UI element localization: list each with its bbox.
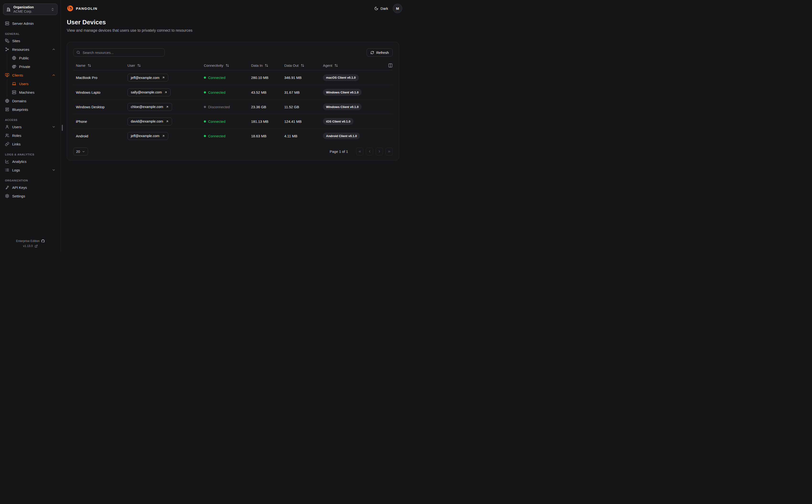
user-chip[interactable]: sally@example.com <box>127 88 171 96</box>
sidebar-item-analytics[interactable]: Analytics <box>3 157 57 166</box>
avatar[interactable]: M <box>393 4 402 13</box>
sidebar-item-label: Sites <box>12 39 20 43</box>
org-value: ACME Corp. <box>13 10 48 13</box>
search-box[interactable] <box>73 48 165 57</box>
chevrons-up-down-icon <box>51 8 54 11</box>
user-chip[interactable]: jeff@example.com <box>127 132 168 140</box>
table-footer: 20 Page 1 of 1 <box>73 148 393 155</box>
user-chip[interactable]: chloe@example.com <box>127 103 172 111</box>
column-header-data-out[interactable]: Data Out <box>284 63 323 67</box>
chevron-up-icon[interactable] <box>52 47 56 51</box>
table-row[interactable]: Windows Lapto sally@example.com Connecte… <box>73 85 393 99</box>
chevron-down-icon[interactable] <box>52 168 56 172</box>
sidebar-item-label: Links <box>12 142 21 146</box>
connectivity-status: Connected <box>204 119 251 123</box>
server-icon <box>5 21 9 26</box>
chevrons-left-icon <box>358 150 362 153</box>
edition-label: Enterprise Edition <box>16 239 40 243</box>
github-icon[interactable] <box>41 239 45 243</box>
page-head: User Devices View and manage devices tha… <box>61 17 406 33</box>
column-header-name[interactable]: Name <box>73 63 127 67</box>
connectivity-status: Connected <box>204 76 251 80</box>
sidebar-item-machines[interactable]: Machines <box>10 88 57 97</box>
table-toolbar: Refresh <box>73 48 393 57</box>
device-name: iPhone <box>73 119 127 123</box>
external-link-icon[interactable] <box>35 245 38 248</box>
sidebar-item-private[interactable]: Private <box>10 62 57 71</box>
sidebar-item-sites[interactable]: Sites <box>3 36 57 45</box>
sidebar-item-public[interactable]: Public <box>10 54 57 62</box>
sidebar-item-api-keys[interactable]: API Keys <box>3 183 57 192</box>
section-label-logs-analytics: LOGS & ANALYTICS <box>3 152 57 157</box>
sidebar-item-links[interactable]: Links <box>3 140 57 148</box>
sort-icon <box>334 64 338 67</box>
server-icon <box>12 90 16 94</box>
data-in-value: 181.13 MB <box>251 119 284 123</box>
table-row[interactable]: iPhone david@example.com Connected 181.1… <box>73 114 393 129</box>
status-dot <box>204 91 206 93</box>
sidebar-item-server-admin[interactable]: Server Admin <box>3 19 57 28</box>
arrow-up-right-icon <box>166 105 169 108</box>
last-page-button[interactable] <box>385 148 393 155</box>
chevron-up-icon[interactable] <box>52 73 56 77</box>
refresh-button[interactable]: Refresh <box>367 48 393 57</box>
table-row[interactable]: MacBook Pro jeff@example.com Connected 2… <box>73 70 393 85</box>
sidebar-item-users-access[interactable]: Users <box>3 123 57 131</box>
sidebar-item-label: Logs <box>12 168 20 172</box>
sidebar-item-label: Public <box>19 56 29 60</box>
moon-icon <box>374 6 378 10</box>
topbar: PANGOLIN Dark M <box>61 0 406 17</box>
data-in-value: 18.63 MB <box>251 134 284 138</box>
prev-page-button[interactable] <box>366 148 373 155</box>
pagination: Page 1 of 1 <box>330 148 393 155</box>
next-page-button[interactable] <box>376 148 383 155</box>
main: PANGOLIN Dark M User Devices View and ma… <box>61 0 406 252</box>
data-out-value: 346.91 MB <box>284 76 323 80</box>
chevron-down-icon <box>82 150 85 153</box>
key-icon <box>5 185 9 190</box>
sites-icon <box>5 39 9 43</box>
chevron-left-icon <box>368 150 371 153</box>
user-chip[interactable]: david@example.com <box>127 118 172 125</box>
brand-name: PANGOLIN <box>76 6 97 10</box>
column-header-agent[interactable]: Agent <box>323 63 382 67</box>
device-name: Windows Desktop <box>73 105 127 109</box>
sidebar-item-blueprints[interactable]: Blueprints <box>3 105 57 114</box>
sidebar-item-settings[interactable]: Settings <box>3 192 57 200</box>
page-size-select[interactable]: 20 <box>73 148 88 155</box>
section-label-access: ACCESS <box>3 117 57 123</box>
receipt-icon <box>5 107 9 112</box>
status-dot <box>204 135 206 137</box>
chevron-down-icon[interactable] <box>52 125 56 129</box>
table-row[interactable]: Windows Desktop chloe@example.com Discon… <box>73 99 393 114</box>
sidebar-item-label: Settings <box>12 194 25 198</box>
resources-subtree: Public Private <box>7 54 57 71</box>
sidebar-item-clients[interactable]: Clients <box>3 71 57 79</box>
column-header-data-in[interactable]: Data In <box>251 63 284 67</box>
sidebar-item-logs[interactable]: Logs <box>3 166 57 174</box>
sidebar-item-roles[interactable]: Roles <box>3 131 57 140</box>
sidebar-item-users-devices[interactable]: Users <box>10 79 57 88</box>
table-row[interactable]: Android jeff@example.com Connected 18.63… <box>73 129 393 143</box>
first-page-button[interactable] <box>356 148 363 155</box>
sidebar-item-resources[interactable]: Resources <box>3 45 57 54</box>
theme-toggle[interactable]: Dark <box>374 6 388 10</box>
page-subtitle: View and manage devices that users use t… <box>67 28 400 33</box>
brand[interactable]: PANGOLIN <box>67 5 97 12</box>
search-input[interactable] <box>83 51 161 55</box>
columns-icon[interactable] <box>388 63 393 68</box>
column-header-user[interactable]: User <box>127 63 204 67</box>
sidebar-item-label: Users <box>12 125 21 129</box>
globe-icon <box>5 99 9 103</box>
org-selector[interactable]: Organization ACME Corp. <box>3 4 57 15</box>
table-header: Name User Connectivity Data In Data Out … <box>73 61 393 70</box>
sidebar-resize-handle[interactable] <box>62 125 63 131</box>
column-header-connectivity[interactable]: Connectivity <box>204 63 251 67</box>
refresh-label: Refresh <box>376 51 389 55</box>
sidebar-item-label: Domains <box>12 99 26 103</box>
user-chip[interactable]: jeff@example.com <box>127 74 168 82</box>
sort-icon <box>265 64 268 67</box>
pangolin-logo-icon <box>67 5 73 12</box>
sidebar-item-domains[interactable]: Domains <box>3 97 57 105</box>
agent-badge: Android Client v0.1.0 <box>323 133 360 139</box>
